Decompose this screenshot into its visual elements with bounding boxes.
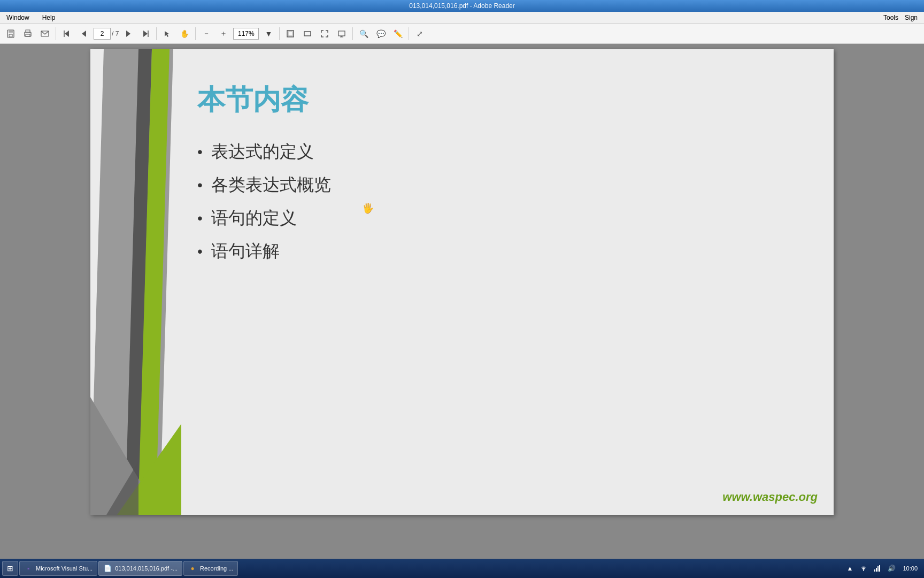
svg-rect-16 bbox=[304, 32, 311, 36]
svg-marker-7 bbox=[65, 31, 69, 37]
svg-marker-11 bbox=[143, 31, 148, 37]
svg-rect-29 bbox=[877, 566, 879, 572]
cursor-indicator: 🖐 bbox=[362, 202, 374, 214]
zoom-out-button[interactable]: － bbox=[199, 26, 214, 41]
separator-4 bbox=[279, 27, 280, 40]
tray-speaker[interactable]: 🔊 bbox=[887, 564, 896, 573]
taskbar-recording[interactable]: ● Recording ... bbox=[183, 561, 238, 576]
expand-button[interactable]: ⤢ bbox=[412, 26, 427, 41]
windows-icon: ⊞ bbox=[7, 564, 13, 573]
pdf-icon: 📄 bbox=[103, 564, 112, 573]
title-bar: 013,014,015,016.pdf - Adobe Reader bbox=[0, 0, 924, 12]
slide-content: 本节内容 表达式的定义 各类表达式概览 语句的定义 语句详解 bbox=[197, 81, 812, 483]
toolbar: / 7 ✋ － ＋ ▼ 🔍 💬 ✏️ ⤢ bbox=[0, 24, 924, 44]
select-tool-button[interactable] bbox=[160, 26, 175, 41]
recording-icon: ● bbox=[188, 564, 197, 573]
zoom-dropdown-button[interactable]: ▼ bbox=[261, 26, 276, 41]
title-text: 013,014,015,016.pdf - Adobe Reader bbox=[409, 2, 515, 10]
system-tray: ▲ 🔊 10:00 bbox=[841, 564, 922, 573]
markup-button[interactable]: ✏️ bbox=[390, 26, 405, 41]
taskbar-start[interactable]: ⊞ bbox=[2, 561, 18, 576]
toolbar-right-menu: Tools Sign bbox=[881, 13, 920, 22]
slide-title: 本节内容 bbox=[197, 81, 812, 119]
svg-rect-2 bbox=[9, 34, 12, 37]
separator-5 bbox=[352, 27, 353, 40]
svg-rect-17 bbox=[338, 31, 345, 36]
bullet-2: 各类表达式概览 bbox=[197, 173, 812, 197]
bullet-4: 语句详解 bbox=[197, 240, 812, 263]
deco-bottom-shape bbox=[90, 381, 208, 515]
slide: 本节内容 表达式的定义 各类表达式概览 语句的定义 语句详解 www.waspe… bbox=[90, 49, 834, 515]
svg-rect-28 bbox=[876, 568, 877, 572]
tray-arrow[interactable]: ▲ bbox=[845, 564, 854, 573]
slide-bullets: 表达式的定义 各类表达式概览 语句的定义 语句详解 bbox=[197, 140, 812, 263]
menu-tools[interactable]: Tools bbox=[881, 13, 900, 22]
zoom-input[interactable] bbox=[233, 28, 259, 40]
back-button[interactable] bbox=[76, 26, 91, 41]
menu-help[interactable]: Help bbox=[40, 13, 58, 22]
tray-bars[interactable] bbox=[873, 564, 882, 573]
tray-network[interactable] bbox=[859, 564, 868, 573]
separator-2 bbox=[156, 27, 157, 40]
page-nav: / 7 bbox=[94, 28, 119, 40]
main-area: 本节内容 表达式的定义 各类表达式概览 语句的定义 语句详解 www.waspe… bbox=[0, 44, 924, 559]
save-button[interactable] bbox=[3, 26, 18, 41]
zoom-in-button[interactable]: ＋ bbox=[216, 26, 231, 41]
menu-bar: Window Help Tools Sign bbox=[0, 12, 924, 24]
menu-window[interactable]: Window bbox=[4, 13, 32, 22]
pdf-viewer[interactable]: 本节内容 表达式的定义 各类表达式概览 语句的定义 语句详解 www.waspe… bbox=[0, 44, 924, 559]
taskbar-pdf[interactable]: 📄 013,014,015,016.pdf -... bbox=[98, 561, 182, 576]
presentation-button[interactable] bbox=[334, 26, 349, 41]
separator-1 bbox=[56, 27, 56, 40]
taskbar-pdf-label: 013,014,015,016.pdf -... bbox=[115, 565, 178, 572]
prev-page-button[interactable] bbox=[59, 26, 74, 41]
print-button[interactable] bbox=[20, 26, 35, 41]
svg-rect-30 bbox=[879, 565, 880, 572]
svg-marker-10 bbox=[126, 31, 130, 37]
tray-clock: 10:00 bbox=[903, 565, 918, 572]
taskbar-vs-label: Microsoft Visual Stu... bbox=[36, 565, 93, 572]
taskbar-vs[interactable]: ▪ Microsoft Visual Stu... bbox=[19, 561, 97, 576]
svg-rect-1 bbox=[9, 30, 13, 33]
comment-button[interactable]: 💬 bbox=[373, 26, 388, 41]
email-button[interactable] bbox=[37, 26, 52, 41]
fit-page-button[interactable] bbox=[283, 26, 298, 41]
bullet-1: 表达式的定义 bbox=[197, 140, 812, 164]
svg-rect-27 bbox=[874, 569, 875, 572]
separator-3 bbox=[195, 27, 196, 40]
vs-icon: ▪ bbox=[24, 564, 33, 573]
separator-6 bbox=[409, 27, 409, 40]
forward-button[interactable] bbox=[121, 26, 136, 41]
svg-point-26 bbox=[863, 570, 864, 571]
next-page-button[interactable] bbox=[138, 26, 153, 41]
fit-width-button[interactable] bbox=[300, 26, 315, 41]
page-total: / 7 bbox=[112, 30, 119, 37]
taskbar: ⊞ ▪ Microsoft Visual Stu... 📄 013,014,01… bbox=[0, 559, 924, 578]
watermark: www.waspec.org bbox=[722, 490, 818, 504]
taskbar-recording-label: Recording ... bbox=[200, 565, 233, 572]
svg-rect-15 bbox=[288, 32, 292, 36]
bullet-3: 语句的定义 bbox=[197, 207, 812, 230]
page-input[interactable] bbox=[94, 28, 111, 40]
svg-marker-13 bbox=[165, 31, 170, 37]
hand-tool-button[interactable]: ✋ bbox=[177, 26, 192, 41]
menu-sign[interactable]: Sign bbox=[903, 13, 920, 22]
find-button[interactable]: 🔍 bbox=[356, 26, 371, 41]
fullscreen-button[interactable] bbox=[317, 26, 332, 41]
svg-marker-9 bbox=[82, 31, 86, 37]
